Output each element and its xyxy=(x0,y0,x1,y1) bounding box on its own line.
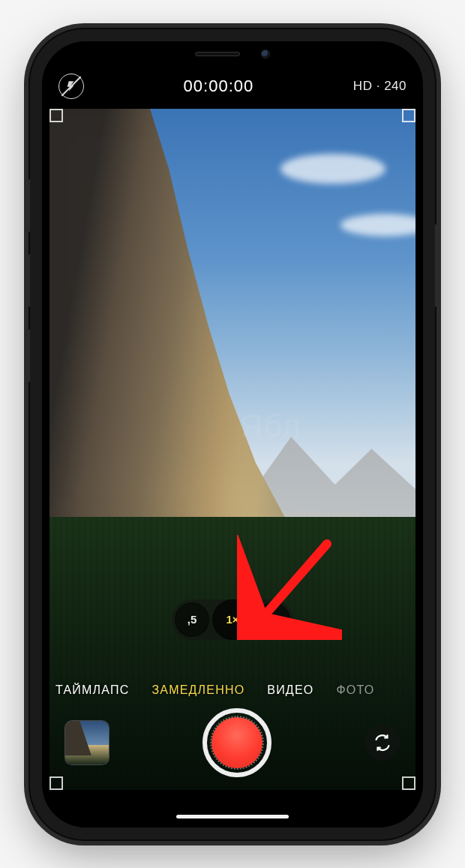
front-camera xyxy=(261,50,270,59)
flash-toggle[interactable] xyxy=(58,74,84,99)
bottom-controls xyxy=(42,701,423,784)
mode-timelapse[interactable]: ТАЙМЛАПС xyxy=(56,683,129,697)
record-button-inner xyxy=(212,717,262,768)
home-indicator[interactable] xyxy=(176,815,289,818)
scene-cloud xyxy=(280,154,386,184)
screen: 00:00:00 HD · 240 Ябл ,5 1× 2 xyxy=(42,41,423,827)
flip-camera-button[interactable] xyxy=(364,725,400,761)
mode-photo[interactable]: ФОТО xyxy=(336,683,374,697)
zoom-selector[interactable]: ,5 1× 2 xyxy=(172,599,293,640)
format-label: HD xyxy=(353,79,373,93)
speaker-grille xyxy=(195,52,240,56)
video-format-button[interactable]: HD · 240 xyxy=(353,79,406,94)
zoom-option-tele[interactable]: 2 xyxy=(256,602,290,637)
mode-video[interactable]: ВИДЕО xyxy=(267,683,314,697)
scene-cloud xyxy=(340,214,416,236)
recording-timer: 00:00:00 xyxy=(184,77,254,96)
mode-slomo[interactable]: ЗАМЕДЛЕННО xyxy=(152,683,244,697)
last-photo-thumbnail[interactable] xyxy=(64,720,110,765)
phone-frame: 00:00:00 HD · 240 Ябл ,5 1× 2 xyxy=(30,29,435,839)
mode-rail[interactable]: ТАЙМЛАПС ЗАМЕДЛЕННО ВИДЕО ФОТО xyxy=(42,683,423,697)
notch xyxy=(154,41,311,67)
separator: · xyxy=(376,79,380,93)
flip-camera-icon xyxy=(373,733,392,752)
watermark-text: Ябл xyxy=(240,408,302,444)
record-button[interactable] xyxy=(202,708,272,777)
fps-label: 240 xyxy=(384,79,406,93)
zoom-option-1x[interactable]: 1× xyxy=(212,599,253,640)
zoom-option-ultrawide[interactable]: ,5 xyxy=(175,602,209,637)
